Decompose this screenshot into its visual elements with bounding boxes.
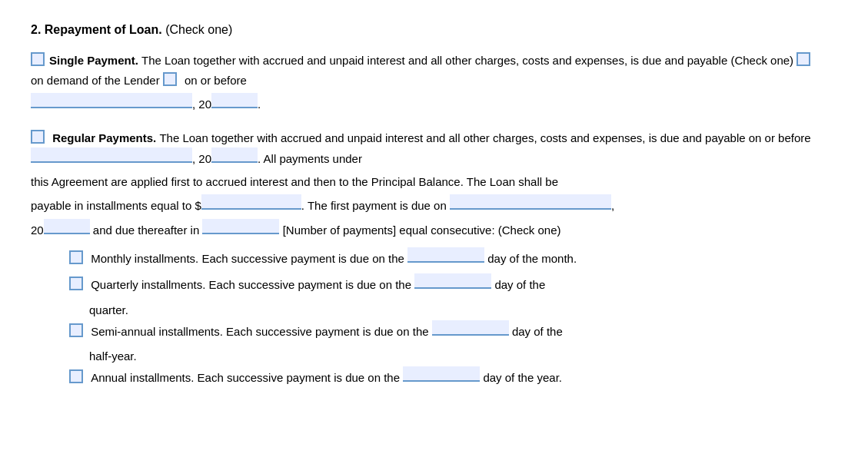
regular-payments-line2: this Agreement are applied first to accr…: [31, 172, 837, 192]
semiannual-suffix: day of the: [512, 322, 563, 342]
single-payment-checkbox[interactable]: [31, 52, 45, 66]
monthly-checkbox[interactable]: [69, 250, 83, 264]
regular-payments-firstpayment-field[interactable]: [450, 194, 611, 210]
quarterly-continuation: quarter.: [89, 300, 837, 320]
quarterly-day-field[interactable]: [414, 273, 491, 289]
annual-checkbox[interactable]: [69, 369, 83, 383]
annual-suffix: day of the year.: [483, 368, 562, 388]
monthly-suffix: day of the month.: [487, 249, 577, 269]
regular-payments-text6: and due thereafter in: [93, 220, 199, 240]
semiannual-installment-item: Semi-annual installments. Each successiv…: [69, 320, 837, 367]
semiannual-extra: half-year.: [89, 349, 137, 363]
quarterly-extra: quarter.: [89, 303, 128, 316]
regular-payments-block: Regular Payments. The Loan together with…: [31, 128, 837, 240]
regular-payments-text5: . The first payment is due on: [301, 196, 447, 216]
regular-payments-label: Regular Payments.: [52, 128, 156, 148]
semiannual-label: Semi-annual installments. Each successiv…: [91, 322, 428, 342]
annual-installment-item: Annual installments. Each successive pay…: [69, 366, 837, 388]
regular-payments-20: 20: [31, 220, 44, 240]
regular-payments-text3: this Agreement are applied first to accr…: [31, 172, 558, 192]
regular-payments-line4: 20 and due thereafter in [Number of paym…: [31, 219, 837, 240]
monthly-day-field[interactable]: [407, 247, 484, 263]
single-payment-onorbefore-text: on or before: [185, 71, 247, 91]
section-title-text: 2. Repayment of Loan.: [31, 23, 162, 36]
single-payment-year-prefix: , 20: [192, 94, 211, 114]
regular-payments-line3: payable in installments equal to $ . The…: [31, 194, 837, 216]
quarterly-label: Quarterly installments. Each successive …: [91, 275, 411, 295]
single-payment-line2: , 20 .: [31, 93, 837, 114]
monthly-installment-item: Monthly installments. Each successive pa…: [69, 247, 837, 269]
single-payment-onorbefore-checkbox[interactable]: [163, 72, 177, 86]
single-payment-date-field[interactable]: [31, 93, 192, 108]
single-payment-line1: Single Payment. The Loan together with a…: [31, 51, 837, 90]
regular-payments-checkbox[interactable]: [31, 130, 45, 144]
semiannual-continuation: half-year.: [89, 346, 837, 366]
installments-block: Monthly installments. Each successive pa…: [69, 247, 837, 389]
single-payment-demand-text: on demand of the Lender: [31, 71, 160, 91]
quarterly-installment-item: Quarterly installments. Each successive …: [69, 273, 837, 320]
single-payment-label: Single Payment.: [49, 51, 138, 71]
regular-payments-numofpayments-field[interactable]: [202, 219, 279, 234]
regular-payments-year-field[interactable]: [211, 147, 258, 163]
single-payment-block: Single Payment. The Loan together with a…: [31, 51, 837, 114]
regular-payments-date-field[interactable]: [31, 147, 192, 163]
single-payment-period: .: [258, 94, 261, 114]
annual-label: Annual installments. Each successive pay…: [91, 368, 400, 388]
regular-payments-installment-field[interactable]: [201, 194, 301, 210]
regular-payments-text2: . All payments under: [258, 149, 362, 169]
section-title-note: (Check one): [165, 23, 232, 36]
semiannual-checkbox[interactable]: [69, 323, 83, 337]
regular-payments-text1: The Loan together with accrued and unpai…: [159, 128, 810, 148]
single-payment-text1: The Loan together with accrued and unpai…: [141, 51, 793, 71]
semiannual-installment-line1: Semi-annual installments. Each successiv…: [69, 320, 837, 342]
regular-payments-year2-field[interactable]: [44, 219, 90, 234]
single-payment-year-field[interactable]: [211, 93, 258, 108]
regular-payments-year-prefix: , 20: [192, 149, 211, 169]
regular-payments-text7: [Number of payments] equal consecutive: …: [283, 220, 561, 240]
annual-day-field[interactable]: [403, 366, 480, 382]
regular-payments-comma: ,: [611, 196, 614, 216]
quarterly-suffix: day of the: [494, 275, 545, 295]
monthly-label: Monthly installments. Each successive pa…: [91, 249, 404, 269]
single-payment-demand-checkbox[interactable]: [796, 52, 810, 66]
quarterly-installment-line1: Quarterly installments. Each successive …: [69, 273, 837, 295]
regular-payments-line1: Regular Payments. The Loan together with…: [31, 128, 837, 169]
semiannual-day-field[interactable]: [432, 320, 509, 336]
regular-payments-text4: payable in installments equal to $: [31, 196, 201, 216]
quarterly-checkbox[interactable]: [69, 277, 83, 290]
section-title: 2. Repayment of Loan. (Check one): [31, 23, 837, 37]
